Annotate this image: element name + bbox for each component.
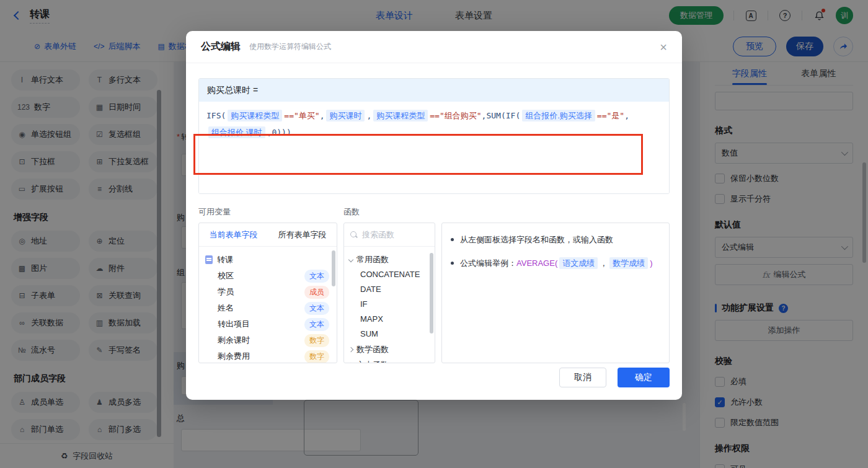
function-group-常用函数[interactable]: 常用函数 — [349, 252, 431, 267]
help-tip-2: 公式编辑举例：AVERAGE(语文成绩，数学成绩) — [460, 257, 653, 270]
variables-tab-当前表单字段[interactable]: 当前表单字段 — [210, 229, 258, 241]
variable-row-剩余费用[interactable]: 剩余费用数字 — [205, 348, 332, 363]
form-doc-icon — [205, 255, 213, 264]
formula-field-chip[interactable]: 组合报价.课时 — [208, 126, 265, 138]
search-placeholder: 搜索函数 — [362, 229, 394, 241]
variable-row-校区[interactable]: 校区文本 — [205, 268, 332, 284]
functions-panel: 搜索函数 常用函数CONCATENATEDATEIFMAPXSUM数学函数文本函… — [343, 223, 435, 363]
function-group-数学函数[interactable]: 数学函数 — [349, 342, 431, 357]
help-example-field-chip: 数学成绩 — [609, 257, 648, 269]
variable-name: 剩余费用 — [218, 351, 250, 362]
variables-panel: 当前表单字段所有表单字段 转课校区文本学员成员姓名文本转出项目文本剩余课时数字剩… — [198, 223, 337, 363]
variable-name: 姓名 — [218, 302, 234, 314]
variables-tab-所有表单字段[interactable]: 所有表单字段 — [278, 229, 327, 241]
function-group-文本函数[interactable]: 文本函数 — [349, 357, 431, 363]
formula-token: =="单买" — [284, 111, 319, 120]
variable-type-badge: 成员 — [304, 286, 329, 299]
search-icon — [350, 231, 358, 239]
variable-name: 转出项目 — [218, 319, 250, 330]
chevron-right-icon — [348, 347, 353, 351]
formula-help-panel: 从左侧面板选择字段名和函数，或输入函数 公式编辑举例：AVERAGE(语文成绩，… — [441, 223, 670, 363]
variable-type-badge: 文本 — [304, 270, 329, 283]
variables-label: 可用变量 — [198, 206, 343, 218]
help-example-field-chip: 语文成绩 — [559, 257, 598, 269]
formula-token: =="是" — [597, 111, 624, 120]
function-item-CONCATENATE[interactable]: CONCATENATE — [349, 267, 431, 282]
variable-name: 学员 — [218, 286, 234, 298]
bullet-icon — [451, 262, 454, 265]
modal-subtitle: 使用数学运算符编辑公式 — [249, 42, 331, 52]
help-example-function-close: ) — [650, 258, 652, 268]
variables-tree-root[interactable]: 转课 — [205, 252, 332, 268]
help-tip-1: 从左侧面板选择字段名和函数，或输入函数 — [460, 233, 613, 247]
functions-list: 常用函数CONCATENATEDATEIFMAPXSUM数学函数文本函数 — [344, 247, 435, 363]
function-search-input[interactable]: 搜索函数 — [344, 223, 435, 247]
variable-row-姓名[interactable]: 姓名文本 — [205, 300, 332, 316]
formula-token: , — [624, 111, 629, 120]
formula-token: ,0))) — [267, 128, 291, 137]
variable-type-badge: 数字 — [304, 334, 329, 347]
function-group-label: 数学函数 — [356, 344, 389, 355]
cancel-button[interactable]: 取消 — [559, 368, 606, 387]
functions-scrollbar[interactable] — [430, 253, 433, 333]
function-item-DATE[interactable]: DATE — [349, 282, 431, 297]
variables-scrollbar[interactable] — [332, 250, 335, 286]
variable-name: 剩余课时 — [218, 335, 250, 346]
formula-field-chip[interactable]: 购买课程类型 — [373, 110, 428, 121]
chevron-down-icon — [348, 257, 353, 262]
variables-root-label: 转课 — [217, 254, 233, 265]
variable-type-badge: 文本 — [304, 318, 329, 331]
function-group-label: 文本函数 — [356, 360, 389, 364]
variable-row-转出项目[interactable]: 转出项目文本 — [205, 316, 332, 332]
help-example-prefix: 公式编辑举例： — [460, 258, 516, 268]
formula-token: SUM(IF( — [486, 111, 520, 120]
formula-field-chip[interactable]: 购买课时 — [326, 110, 365, 121]
variables-tabs: 当前表单字段所有表单字段 — [199, 223, 337, 247]
formula-token: , — [320, 111, 325, 120]
help-example-function-open: AVERAGE( — [516, 258, 557, 268]
formula-input-area[interactable]: IFS(购买课程类型=="单买",购买课时,购买课程类型=="组合购买",SUM… — [199, 102, 669, 193]
function-group-label: 常用函数 — [356, 254, 389, 265]
variable-name: 校区 — [218, 270, 234, 281]
confirm-button[interactable]: 确定 — [618, 368, 670, 387]
chevron-right-icon — [348, 362, 353, 363]
formula-field-chip[interactable]: 购买课程类型 — [228, 110, 282, 121]
formula-token: =="组合购买" — [430, 111, 481, 120]
function-item-IF[interactable]: IF — [349, 297, 431, 312]
formula-editor: 购买总课时 = IFS(购买课程类型=="单买",购买课时,购买课程类型=="组… — [198, 78, 670, 194]
formula-token: IFS( — [206, 111, 226, 120]
bullet-icon — [451, 238, 454, 241]
help-example-separator: ， — [600, 258, 608, 268]
variables-list: 转课校区文本学员成员姓名文本转出项目文本剩余课时数字剩余费用数字 — [199, 247, 337, 363]
variable-type-badge: 数字 — [304, 350, 329, 363]
formula-field-chip[interactable]: 组合报价.购买选择 — [522, 110, 595, 121]
formula-editor-modal: 公式编辑 使用数学运算符编辑公式 × 购买总课时 = IFS(购买课程类型=="… — [186, 31, 682, 400]
formula-token: , — [366, 111, 371, 120]
variable-row-剩余课时[interactable]: 剩余课时数字 — [205, 332, 332, 348]
modal-title: 公式编辑 — [201, 40, 241, 53]
function-item-SUM[interactable]: SUM — [349, 327, 431, 342]
variable-row-学员[interactable]: 学员成员 — [205, 284, 332, 300]
function-item-MAPX[interactable]: MAPX — [349, 312, 431, 327]
variable-type-badge: 文本 — [304, 302, 329, 315]
formula-assign-label: 购买总课时 = — [199, 79, 669, 102]
close-icon[interactable]: × — [660, 41, 667, 53]
functions-label: 函数 — [343, 206, 360, 218]
